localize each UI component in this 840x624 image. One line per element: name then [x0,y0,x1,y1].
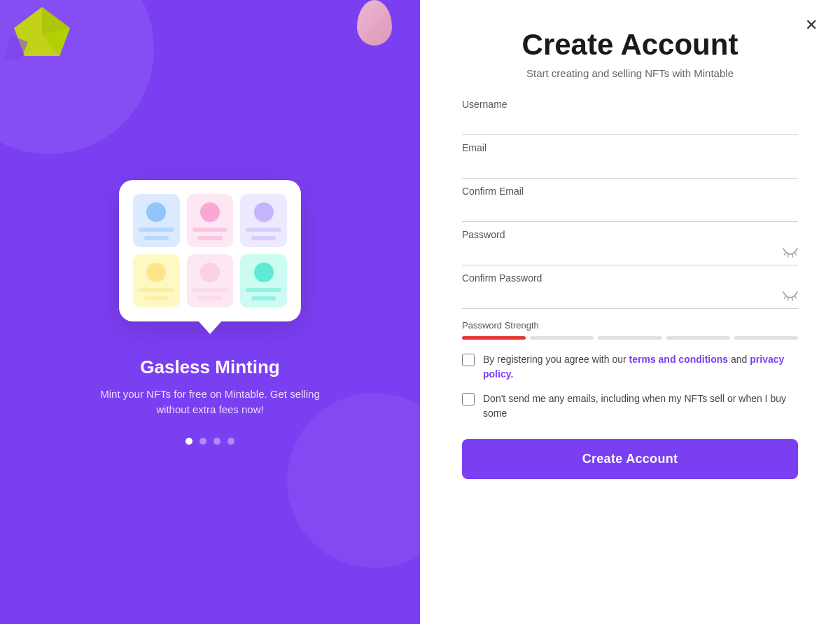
gem-decoration [0,0,84,84]
nft-card-grid [119,180,301,321]
left-panel: Gasless Minting Mint your NFTs for free … [0,0,420,624]
slide-description: Mint your NFTs for free on Mintable. Get… [98,387,322,418]
svg-point-5 [200,202,220,222]
dot-1[interactable] [186,438,192,445]
dot-2[interactable] [200,438,206,445]
nft-item [240,194,287,247]
email-group: Email [462,142,798,179]
dot-4[interactable] [227,438,234,445]
username-input[interactable] [462,114,798,135]
username-group: Username [462,99,798,135]
svg-point-4 [146,202,166,222]
strength-bar-3 [598,336,662,340]
confirm-email-input[interactable] [462,201,798,222]
confirm-password-group: Confirm Password [462,272,798,309]
strength-bar-5 [734,336,798,340]
confirm-password-eye-icon[interactable] [783,290,798,305]
slide-text-area: Gasless Minting Mint your NFTs for free … [98,356,322,445]
no-emails-checkbox-group: Don't send me any emails, including when… [462,391,798,421]
nft-item [240,254,287,307]
right-panel: ✕ Create Account Start creating and sell… [420,0,840,624]
strength-bar-1 [462,336,526,340]
nft-item [133,194,180,247]
svg-point-7 [146,263,166,282]
username-label: Username [462,99,798,110]
svg-point-8 [200,263,220,282]
close-button[interactable]: ✕ [800,14,822,36]
strength-bar-2 [530,336,594,340]
create-account-form: Username Email Confirm Email Password [462,99,798,479]
confirm-email-group: Confirm Email [462,186,798,222]
strength-bar-4 [666,336,730,340]
terms-link[interactable]: terms and conditions [629,354,729,365]
nft-item [187,194,234,247]
password-input[interactable] [462,244,798,265]
form-subtitle: Start creating and selling NFTs with Min… [462,67,798,79]
email-input[interactable] [462,158,798,179]
password-eye-icon[interactable] [783,247,798,261]
egg-decoration [357,0,392,46]
no-emails-label: Don't send me any emails, including when… [483,391,798,421]
confirm-password-label: Confirm Password [462,272,798,284]
slide-title: Gasless Minting [98,356,322,378]
svg-point-6 [254,202,274,222]
form-title: Create Account [462,28,798,62]
password-label: Password [462,229,798,240]
terms-label: By registering you agree with our terms … [483,352,798,382]
confirm-email-label: Confirm Email [462,186,798,197]
confirm-password-input[interactable] [462,288,798,309]
nft-item [187,254,234,307]
create-account-button[interactable]: Create Account [462,439,798,479]
carousel-dots [98,438,322,445]
email-label: Email [462,142,798,153]
terms-checkbox-group: By registering you agree with our terms … [462,352,798,382]
nft-item [133,254,180,307]
svg-point-9 [254,263,274,282]
terms-checkbox[interactable] [462,354,475,366]
strength-label: Password Strength [462,320,798,331]
dot-3[interactable] [214,438,220,445]
strength-bars [462,336,798,340]
password-group: Password [462,229,798,265]
password-strength-section: Password Strength [462,320,798,340]
no-emails-checkbox[interactable] [462,393,475,405]
